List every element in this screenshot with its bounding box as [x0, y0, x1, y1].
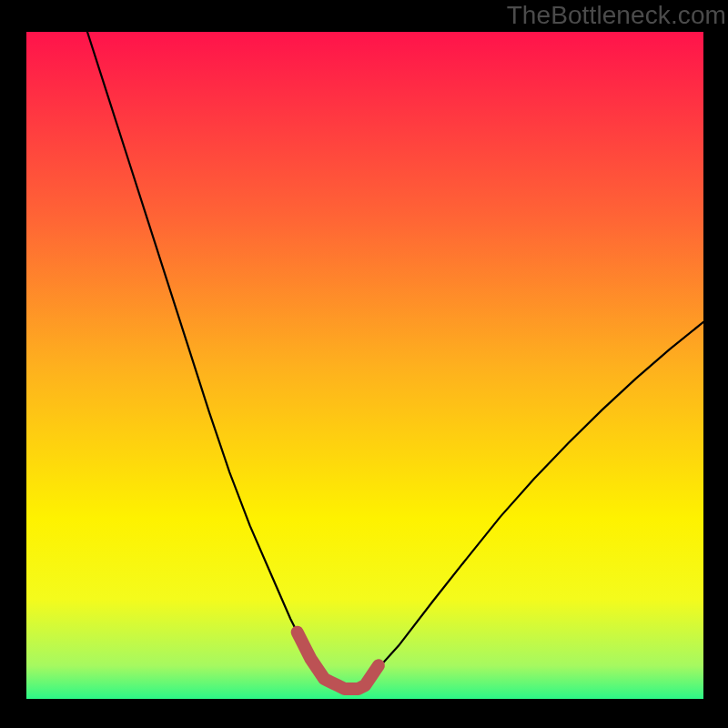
chart-container: TheBottleneck.com: [0, 0, 728, 728]
bottleneck-chart: [26, 32, 703, 699]
gradient-background: [26, 32, 703, 699]
watermark-text: TheBottleneck.com: [507, 0, 728, 31]
